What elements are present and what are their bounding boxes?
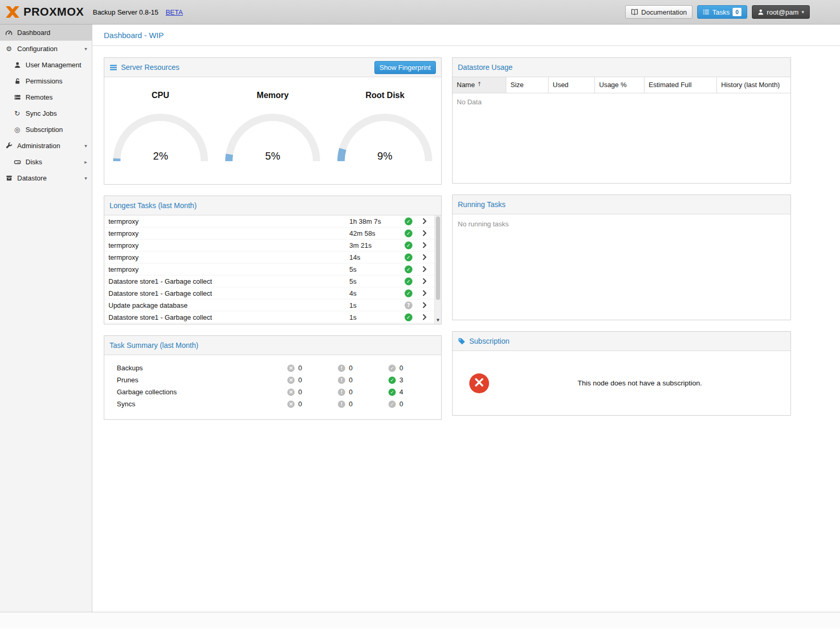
chevron-right-icon[interactable] xyxy=(422,242,433,248)
gauge-value-text: 2% xyxy=(153,150,168,162)
summary-label: Backups xyxy=(117,364,287,372)
sidebar-item-subscription[interactable]: ◎ Subscription xyxy=(0,122,92,138)
table-header: Name ↑ Size Used Usage % Estimated Full … xyxy=(453,77,790,93)
error-count-icon xyxy=(287,365,295,372)
error-count: 0 xyxy=(298,388,302,396)
task-list-icon xyxy=(703,9,709,15)
panel-title: Longest Tasks (last Month) xyxy=(109,201,197,210)
warning-count-icon xyxy=(338,401,345,408)
running-tasks-panel: Running Tasks No running tasks xyxy=(452,195,791,320)
warning-count: 0 xyxy=(349,376,352,384)
task-row: termproxy 3m 21s xyxy=(104,239,441,251)
ok-count: 0 xyxy=(399,364,403,372)
page-title: Dashboard - WIP xyxy=(92,25,840,46)
column-header-size[interactable]: Size xyxy=(506,77,549,93)
gauge-label-cpu: CPU xyxy=(152,91,169,100)
sidebar-item-dashboard[interactable]: Dashboard xyxy=(0,25,92,41)
column-header-estimated-full[interactable]: Estimated Full xyxy=(644,77,717,93)
panel-title: Server Resources xyxy=(121,63,179,71)
task-status-icon xyxy=(405,277,412,285)
tasks-button[interactable]: Tasks 0 xyxy=(697,5,747,19)
column-header-usage[interactable]: Usage % xyxy=(595,77,644,93)
support-icon: ◎ xyxy=(13,126,21,134)
sidebar: Dashboard ⚙ Configuration ▾ User Managem… xyxy=(0,25,92,612)
summary-row: Backups 0 0 0 xyxy=(104,362,441,374)
task-duration: 1s xyxy=(349,313,405,321)
task-row: termproxy 5s xyxy=(104,263,441,275)
collapse-down-icon: ▾ xyxy=(84,46,87,52)
task-name: Datastore store1 - Garbage collect xyxy=(108,277,349,285)
root-disk-gauge: 9% xyxy=(333,113,437,165)
chevron-right-icon[interactable] xyxy=(422,218,433,224)
column-header-used[interactable]: Used xyxy=(549,77,595,93)
collapse-down-icon: ▾ xyxy=(84,143,87,149)
task-row: termproxy 1h 38m 7s xyxy=(104,215,441,227)
sidebar-item-label: User Management xyxy=(26,61,81,69)
sort-asc-icon: ↑ xyxy=(477,81,482,88)
hdd-icon xyxy=(13,159,21,165)
chevron-right-icon[interactable] xyxy=(422,278,433,284)
scrollbar-track[interactable]: ▼ xyxy=(434,215,441,324)
sidebar-item-label: Permissions xyxy=(26,77,63,85)
sidebar-item-permissions[interactable]: Permissions xyxy=(0,73,92,89)
sidebar-item-sync-jobs[interactable]: ↻ Sync Jobs xyxy=(0,105,92,122)
scroll-down-icon[interactable]: ▼ xyxy=(435,317,441,323)
wrench-icon xyxy=(5,142,13,149)
beta-link[interactable]: BETA xyxy=(166,8,183,16)
sidebar-item-administration[interactable]: Administration ▾ xyxy=(0,138,92,154)
proxmox-logo-icon xyxy=(5,6,20,18)
sidebar-item-datastore[interactable]: Datastore ▾ xyxy=(0,170,92,186)
panel-title: Datastore Usage xyxy=(458,63,513,71)
chevron-right-icon[interactable] xyxy=(422,302,433,308)
task-duration: 3m 21s xyxy=(349,241,405,249)
resources-icon xyxy=(109,64,117,71)
show-fingerprint-button[interactable]: Show Fingerprint xyxy=(374,61,436,74)
chevron-right-icon[interactable] xyxy=(422,230,433,236)
collapse-down-icon: ▾ xyxy=(84,175,87,181)
tasks-label: Tasks xyxy=(712,8,729,16)
warning-count-icon xyxy=(338,377,345,384)
task-status-icon xyxy=(405,229,412,237)
ok-count: 0 xyxy=(399,400,403,408)
cpu-gauge: 2% xyxy=(108,113,213,165)
chevron-right-icon[interactable] xyxy=(422,254,433,260)
gauge-label-memory: Memory xyxy=(257,91,288,100)
task-row: termproxy 42m 58s xyxy=(104,227,441,239)
server-icon xyxy=(13,94,21,101)
documentation-button[interactable]: Documentation xyxy=(625,5,692,19)
sidebar-item-configuration[interactable]: ⚙ Configuration ▾ xyxy=(0,41,92,57)
sidebar-item-remotes[interactable]: Remotes xyxy=(0,89,92,105)
task-duration: 14s xyxy=(349,253,405,261)
task-name: termproxy xyxy=(108,217,349,225)
task-row: Datastore store1 - Garbage collect 4s xyxy=(104,287,441,299)
chevron-right-icon[interactable] xyxy=(422,290,433,296)
sidebar-item-user-management[interactable]: User Management xyxy=(0,57,92,73)
sidebar-item-label: Dashboard xyxy=(17,29,51,37)
chevron-right-icon[interactable] xyxy=(422,266,433,272)
sidebar-item-disks[interactable]: Disks ▸ xyxy=(0,154,92,170)
task-name: Datastore store1 - Garbage collect xyxy=(108,313,349,321)
chevron-right-icon[interactable] xyxy=(422,314,433,320)
sidebar-item-label: Subscription xyxy=(26,126,63,134)
refresh-icon: ↻ xyxy=(13,110,21,117)
task-name: termproxy xyxy=(108,229,349,237)
column-header-history[interactable]: History (last Month) xyxy=(717,77,790,93)
tachometer-icon xyxy=(5,29,13,37)
footer-strip xyxy=(0,612,840,628)
scrollbar-thumb[interactable] xyxy=(436,216,440,300)
warning-count-icon xyxy=(338,365,345,372)
expand-right-icon: ▸ xyxy=(84,159,87,165)
sidebar-item-label: Disks xyxy=(26,158,42,166)
error-count-icon xyxy=(287,389,295,396)
summary-label: Prunes xyxy=(117,376,287,384)
panel-title: Subscription xyxy=(469,337,509,345)
user-menu-button[interactable]: root@pam ▾ xyxy=(752,5,810,19)
column-header-name[interactable]: Name ↑ xyxy=(453,77,506,93)
task-status-icon xyxy=(405,301,412,309)
task-status-icon xyxy=(405,265,412,273)
top-header: PROXMOX Backup Server 0.8-15 BETA Docume… xyxy=(0,0,840,25)
error-count-icon xyxy=(287,401,295,408)
gauge-value-text: 9% xyxy=(378,150,393,162)
ok-count-icon xyxy=(388,389,396,396)
task-status-icon xyxy=(405,217,412,225)
